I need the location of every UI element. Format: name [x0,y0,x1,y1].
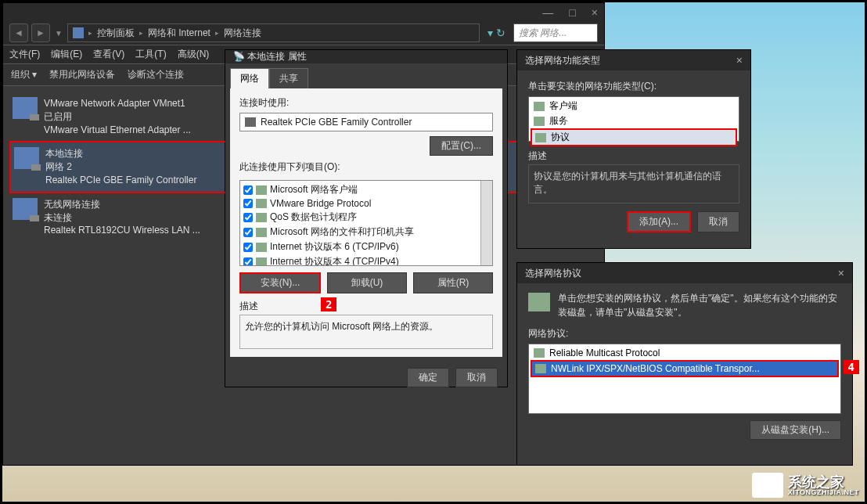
tab-network[interactable]: 网络 [230,68,269,88]
refresh-icon[interactable]: ↻ [496,27,505,39]
description-label: 描述 [528,149,739,163]
connection-name: 无线网络连接 [44,198,200,211]
cancel-button[interactable]: 取消 [697,211,739,232]
back-button[interactable]: ◄ [9,23,28,42]
menu-advanced[interactable]: 高级(N) [178,48,210,61]
close-button[interactable]: × [592,6,598,19]
list-item[interactable]: Microsoft 网络客户端 [242,182,491,197]
connect-using-label: 连接时使用: [239,96,493,110]
list-item[interactable]: QoS 数据包计划程序 [242,210,491,225]
annotation-marker: 2 [321,297,336,311]
service-icon [534,117,545,126]
scrollbar[interactable] [480,181,492,265]
list-item[interactable]: Microsoft 网络的文件和打印机共享 [242,225,491,239]
service-icon [256,213,267,222]
menu-file[interactable]: 文件(F) [9,48,40,61]
protocol-item[interactable]: Reliable Multicast Protocol [531,346,839,360]
breadcrumb-item[interactable]: 控制面板 [97,27,135,40]
item-checkbox[interactable] [243,199,253,208]
add-button[interactable]: 添加(A)... [627,211,691,232]
tab-strip: 网络 共享 [225,63,507,88]
install-button[interactable]: 安装(N)... [239,272,321,293]
watermark-icon [752,473,783,498]
connection-device: Realtek RTL8192CU Wireless LAN ... [44,224,200,237]
history-dropdown-icon[interactable]: ▼ [55,29,63,38]
list-item[interactable]: Internet 协议版本 6 (TCP/IPv6) [242,239,491,254]
menu-edit[interactable]: 编辑(E) [51,48,82,61]
breadcrumb-item[interactable]: 网络连接 [224,27,261,40]
folder-icon [73,27,84,38]
minimize-button[interactable]: — [542,6,553,19]
close-icon[interactable]: × [736,54,743,67]
item-checkbox[interactable] [243,228,253,237]
dialog-titlebar: 📡 本地连接 属性 [225,50,507,63]
network-adapter-icon [13,198,38,220]
navigation-bar: ◄ ► ▼ ▸ 控制面板 ▸ 网络和 Internet ▸ 网络连接 ▾ ↻ 搜… [3,21,604,45]
protocol-icon [535,133,546,142]
search-input[interactable]: 搜索 网络... [513,23,598,42]
uninstall-button[interactable]: 卸载(U) [327,272,407,293]
maximize-button[interactable]: □ [569,6,575,19]
description-label: 描述 [239,300,493,313]
dialog-titlebar: 选择网络协议 × [517,263,852,283]
description-text: 允许您的计算机访问 Microsoft 网络上的资源。 [239,315,493,349]
forward-button[interactable]: ► [31,23,50,42]
network-adapter-icon [13,97,38,119]
item-checkbox[interactable] [243,185,253,195]
protocol-icon [528,293,550,311]
feature-item-service[interactable]: 服务 [531,113,737,128]
disable-device-button[interactable]: 禁用此网络设备 [49,68,115,81]
properties-button[interactable]: 属性(R) [413,272,493,293]
tab-sharing[interactable]: 共享 [269,68,308,88]
dialog-title: 选择网络功能类型 [525,54,600,67]
properties-dialog: 📡 本地连接 属性 网络 共享 连接时使用: Realtek PCIe GBE … [225,49,508,387]
service-icon [256,199,267,208]
ok-button[interactable]: 确定 [407,368,449,387]
connection-status: 网络 2 [45,160,196,174]
menu-tools[interactable]: 工具(T) [135,48,166,61]
list-item[interactable]: VMware Bridge Protocol [242,197,491,210]
watermark: 系统之家 XITONGZHIJIA.NET [752,473,859,498]
feature-list[interactable]: 客户端 服务 协议 3 [528,96,739,142]
item-checkbox[interactable] [243,213,253,222]
connection-status: 已启用 [44,110,191,124]
client-icon [256,185,267,195]
menu-view[interactable]: 查看(V) [93,48,124,61]
watermark-text: 系统之家 [788,475,859,489]
protocol-item-selected[interactable]: NWLink IPX/SPX/NetBIOS Compatible Transp… [531,360,839,377]
adapter-icon [245,117,256,127]
item-checkbox[interactable] [243,257,253,267]
breadcrumb-item[interactable]: 网络和 Internet [148,27,210,40]
protocol-icon [256,257,267,267]
protocol-list[interactable]: Reliable Multicast Protocol NWLink IPX/S… [528,344,841,414]
close-icon[interactable]: × [838,267,844,279]
connection-name: 本地连接 [45,147,196,160]
breadcrumb[interactable]: ▸ 控制面板 ▸ 网络和 Internet ▸ 网络连接 [67,23,480,42]
connection-status: 未连接 [44,211,200,225]
dropdown-icon[interactable]: ▾ [487,27,493,39]
components-list[interactable]: Microsoft 网络客户端 VMware Bridge Protocol Q… [239,180,493,266]
organize-button[interactable]: 组织 ▾ [11,68,37,81]
cancel-button[interactable]: 取消 [455,368,498,387]
list-label: 网络协议: [528,327,841,340]
protocol-icon [535,364,546,373]
watermark-url: XITONGZHIJIA.NET [788,489,859,496]
adapter-field: Realtek PCIe GBE Family Controller [239,113,493,131]
feature-type-dialog: 选择网络功能类型 × 单击要安装的网络功能类型(C): 客户端 服务 协议 3 … [516,49,751,249]
feature-item-client[interactable]: 客户端 [531,99,737,113]
protocol-icon [256,243,267,252]
from-disk-button[interactable]: 从磁盘安装(H)... [750,420,841,440]
dialog-title: 选择网络协议 [525,267,581,280]
feature-item-protocol[interactable]: 协议 3 [531,128,737,146]
connection-device: Realtek PCIe GBE Family Controller [45,174,196,187]
dialog-title: 📡 本地连接 属性 [233,50,307,63]
description-text: 协议是您的计算机用来与其他计算机通信的语言。 [528,164,739,203]
diagnose-button[interactable]: 诊断这个连接 [128,68,184,81]
window-titlebar: — □ × [3,3,604,21]
item-checkbox[interactable] [243,243,253,252]
protocol-icon [534,348,545,358]
connection-device: VMware Virtual Ethernet Adapter ... [44,124,191,137]
configure-button[interactable]: 配置(C)... [430,136,493,156]
list-item[interactable]: Internet 协议版本 4 (TCP/IPv4) [242,254,491,266]
protocol-select-dialog: 选择网络协议 × 单击您想安装的网络协议，然后单击"确定"。如果您有这个功能的安… [516,262,853,466]
